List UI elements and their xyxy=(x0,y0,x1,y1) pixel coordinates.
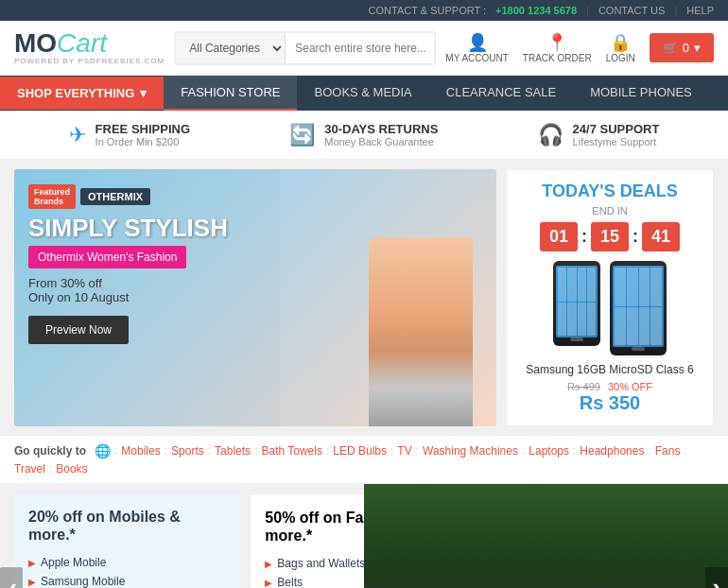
promo-mobiles-title: 20% off on Mobiles & more.* xyxy=(28,508,226,544)
cart-count: 0 xyxy=(683,41,689,55)
nav-books-media[interactable]: BOOKS & MEDIA xyxy=(297,76,428,111)
globe-icon: 🌐 xyxy=(95,443,111,458)
list-item: ▶Samsung Mobile xyxy=(28,572,226,588)
benefit-returns: 🔄 30-DAYS RETURNS Money Back Guarantee xyxy=(289,122,438,147)
contact-us-link[interactable]: CONTACT US xyxy=(598,5,666,16)
quick-link-mobiles[interactable]: Mobiles xyxy=(121,444,160,458)
logo-sub: POWERED BY PSDFREEBIES.COM xyxy=(14,57,165,65)
prev-arrow-button[interactable]: ❮ xyxy=(0,567,23,588)
quick-link-travel[interactable]: Travel xyxy=(14,462,45,476)
deal-original-price: Rs 499 xyxy=(567,381,600,392)
support-icon: 🎧 xyxy=(538,123,563,147)
returns-sub: Money Back Guarantee xyxy=(324,136,438,147)
search-category-select[interactable]: All Categories xyxy=(176,33,286,63)
featured-badge: Featured Brands xyxy=(28,184,76,209)
returns-title: 30-DAYS RETURNS xyxy=(324,122,438,136)
quick-link-books[interactable]: Books xyxy=(56,462,87,476)
countdown-hours: 01 xyxy=(540,222,578,251)
login-button[interactable]: 🔒 LOGIN xyxy=(606,32,635,63)
cart-chevron-icon: ▾ xyxy=(694,41,701,55)
quick-link-tablets[interactable]: Tablets xyxy=(215,444,251,458)
activewear-woman-image xyxy=(364,484,728,588)
login-label: LOGIN xyxy=(606,53,635,63)
search-bar: All Categories 🔍 xyxy=(174,31,436,65)
countdown-timer: 01 : 15 : 41 xyxy=(518,222,702,251)
main-nav: SHOP EVERYTHING ▾ FASHION STORE BOOKS & … xyxy=(0,76,728,111)
list-arrow-icon: ▶ xyxy=(265,559,272,569)
logo[interactable]: MO Cart POWERED BY PSDFREEBIES.COM xyxy=(14,30,165,65)
benefit-shipping: ✈ FREE SHIPPING In Order Min $200 xyxy=(69,122,190,147)
lock-icon: 🔒 xyxy=(610,32,631,53)
my-account-button[interactable]: 👤 MY ACCOUNT xyxy=(445,32,509,63)
list-arrow-icon: ▶ xyxy=(28,577,36,587)
phone-number: +1800 1234 5678 xyxy=(495,5,577,16)
deal-discount: 30% OFF xyxy=(608,381,652,392)
phone-image-small xyxy=(553,261,600,346)
countdown-sep-2: : xyxy=(633,227,638,247)
hero-subtitle: Othermix Women's Fashion xyxy=(28,246,186,268)
nav-mobile-phones[interactable]: MOBILE PHONES xyxy=(573,76,709,111)
hero-description: From 30% off Only on 10 August xyxy=(28,276,266,304)
quick-link-tv[interactable]: TV xyxy=(397,444,411,458)
returns-icon: 🔄 xyxy=(289,123,315,147)
search-input[interactable] xyxy=(286,33,436,63)
hero-banner: Featured Brands OTHERMIX SIMPLY STYLISH … xyxy=(14,169,496,426)
hero-title: SIMPLY STYLISH xyxy=(28,215,266,242)
shop-all-label: SHOP EVERYTHING xyxy=(17,86,134,100)
cart-icon: 🛒 xyxy=(663,41,678,55)
nav-fashion-store[interactable]: FASHION STORE xyxy=(164,76,297,111)
account-icon: 👤 xyxy=(467,32,488,53)
quick-links-label: Go quickly to xyxy=(14,444,86,458)
promo-section: ❮ 20% off on Mobiles & more.* ▶Apple Mob… xyxy=(0,484,728,588)
list-arrow-icon: ▶ xyxy=(265,578,272,588)
track-order-button[interactable]: 📍 TRACK ORDER xyxy=(523,32,592,63)
phone-image-large xyxy=(610,261,667,355)
phone-home-btn-large xyxy=(632,347,645,351)
deal-product-name: Samsung 16GB MicroSD Class 6 xyxy=(518,363,702,376)
nav-clearance-sale[interactable]: CLEARANCE SALE xyxy=(429,76,573,111)
hero-preview-button[interactable]: Preview Now xyxy=(28,316,129,344)
main-content: Featured Brands OTHERMIX SIMPLY STYLISH … xyxy=(0,160,728,436)
quick-link-sports[interactable]: Sports xyxy=(171,444,204,458)
cart-button[interactable]: 🛒 0 ▾ xyxy=(650,33,714,62)
quick-link-bath[interactable]: Bath Towels xyxy=(261,444,321,458)
logo-cart: Cart xyxy=(57,30,107,57)
header: MO Cart POWERED BY PSDFREEBIES.COM All C… xyxy=(0,21,728,76)
hero-background: Featured Brands OTHERMIX SIMPLY STYLISH … xyxy=(14,169,496,426)
deals-title: TODAY'S DEALS xyxy=(518,182,702,201)
phone-home-btn xyxy=(570,337,583,341)
quick-link-fans[interactable]: Fans xyxy=(655,444,681,458)
hero-model-image xyxy=(369,182,473,426)
promo-card-activewear: 20% off activewear & more.* ▶Bras ▶Hair … xyxy=(488,493,714,588)
deal-product: Samsung 16GB MicroSD Class 6 Rs 499 30% … xyxy=(518,261,702,414)
my-account-label: MY ACCOUNT xyxy=(445,53,509,63)
list-item: ▶Apple Mobile xyxy=(28,553,226,572)
nav-items: FASHION STORE BOOKS & MEDIA CLEARANCE SA… xyxy=(164,76,709,111)
shop-all-chevron-icon: ▾ xyxy=(140,86,147,100)
phone-screen xyxy=(556,266,598,337)
support-title: 24/7 SUPPORT xyxy=(573,122,660,136)
todays-deals: TODAY'S DEALS END IN 01 : 15 : 41 xyxy=(506,169,714,426)
hero-badge: Featured Brands OTHERMIX xyxy=(28,184,150,209)
phone-screen-large xyxy=(613,266,664,347)
quick-link-washing[interactable]: Washing Machines xyxy=(423,444,518,458)
shop-all-button[interactable]: SHOP EVERYTHING ▾ xyxy=(0,77,164,110)
quick-link-laptops[interactable]: Laptops xyxy=(529,444,569,458)
countdown-sep-1: : xyxy=(581,227,587,247)
deal-phones xyxy=(518,261,702,355)
next-arrow-button[interactable]: ❯ xyxy=(705,567,728,588)
countdown-minutes: 15 xyxy=(591,222,629,251)
quick-links-bar: Go quickly to 🌐 : Mobiles: Sports: Table… xyxy=(0,436,728,484)
quick-link-headphones[interactable]: Headphones xyxy=(580,444,644,458)
deals-end-label: END IN xyxy=(518,205,702,216)
airplane-icon: ✈ xyxy=(69,123,86,147)
model-figure xyxy=(369,237,473,426)
quick-link-led[interactable]: LED Bulbs xyxy=(333,444,387,458)
track-order-label: TRACK ORDER xyxy=(523,53,592,63)
top-bar: CONTACT & SUPPORT : +1800 1234 5678 | CO… xyxy=(0,0,728,21)
list-arrow-icon: ▶ xyxy=(28,558,36,568)
help-link[interactable]: HELP xyxy=(686,5,714,16)
support-sub: Lifestyme Support xyxy=(573,136,660,147)
location-icon: 📍 xyxy=(546,32,567,53)
header-icons: 👤 MY ACCOUNT 📍 TRACK ORDER 🔒 LOGIN 🛒 0 ▾ xyxy=(445,32,714,63)
